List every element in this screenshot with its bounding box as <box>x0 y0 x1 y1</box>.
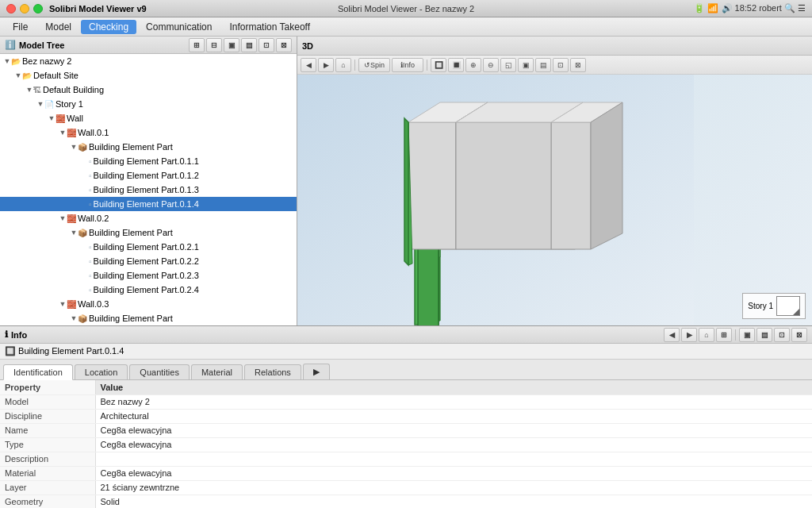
property-row-8: GeometrySolid <box>0 495 812 508</box>
expand-arrow[interactable]: ▼ <box>14 71 22 79</box>
view-btn-9[interactable]: ⊠ <box>570 58 586 72</box>
tree-node-4[interactable]: ▼📄Story 1 <box>0 97 297 111</box>
nav-forward[interactable]: ▶ <box>318 58 334 72</box>
property-row-6: MaterialCeg8a elewacyjna <box>0 466 812 480</box>
expand-arrow[interactable]: ▼ <box>3 57 11 65</box>
property-row-2: DisciplineArchitectural <box>0 409 812 423</box>
tree-item-icon: ▫ <box>89 186 92 194</box>
tree-node-6[interactable]: ▼🧱Wall.0.1 <box>0 125 297 140</box>
tree-node-5[interactable]: ▼🧱Wall <box>0 111 297 125</box>
svg-marker-16 <box>551 122 591 249</box>
minimize-button[interactable] <box>20 4 29 13</box>
view-btn-8[interactable]: ⊡ <box>553 58 569 72</box>
view-btn-2[interactable]: 🔳 <box>448 58 464 72</box>
tree-node-11[interactable]: ▫Building Element Part.0.1.4 <box>0 197 297 211</box>
property-row-1: ModelBez nazwy 2 <box>0 394 812 409</box>
tree-item-icon: ▫ <box>89 286 92 294</box>
tree-node-10[interactable]: ▫Building Element Part.0.1.3 <box>0 183 297 197</box>
info-toolbar-2[interactable]: ▣ <box>739 328 755 342</box>
tree-node-12[interactable]: ▼🧱Wall.0.2 <box>0 211 297 225</box>
info-toolbar-4[interactable]: ⊡ <box>774 328 790 342</box>
menu-communication[interactable]: Communication <box>138 20 220 34</box>
tree-node-14[interactable]: ▫Building Element Part.0.2.1 <box>0 240 297 254</box>
menu-information-takeoff[interactable]: Information Takeoff <box>221 20 318 34</box>
spin-btn[interactable]: ↺ Spin <box>358 58 390 72</box>
view-btn-1[interactable]: 🔲 <box>431 58 446 72</box>
expand-arrow[interactable]: ▼ <box>48 114 56 122</box>
view-btn-4[interactable]: ⊖ <box>483 58 499 72</box>
nav-home[interactable]: ⌂ <box>335 58 351 72</box>
info-nav-forward[interactable]: ▶ <box>681 328 697 342</box>
property-value: Bez nazwy 2 <box>95 394 812 409</box>
property-value: Solid <box>95 495 812 508</box>
info-path: 🔲 Building Element Part.0.1.4 <box>0 344 812 360</box>
story-label: Story 1 <box>748 302 773 310</box>
titlebar-right: 🔋 📶 🔊 18:52 robert 🔍 ☰ <box>694 3 806 13</box>
menu-model[interactable]: Model <box>37 20 79 34</box>
expand-arrow[interactable]: ▼ <box>70 229 78 237</box>
info-nav-home[interactable]: ⌂ <box>699 328 714 342</box>
tree-node-17[interactable]: ▫Building Element Part.0.2.4 <box>0 283 297 297</box>
expand-arrow[interactable]: ▼ <box>59 300 67 308</box>
expand-arrow[interactable]: ▼ <box>59 214 67 222</box>
viewport[interactable]: Story 1 <box>297 75 812 325</box>
info-toolbar-5[interactable]: ⊠ <box>791 328 807 342</box>
tree-item-icon: ▫ <box>89 243 92 252</box>
tree-node-16[interactable]: ▫Building Element Part.0.2.3 <box>0 268 297 283</box>
menu-file[interactable]: File <box>5 20 36 34</box>
info-tab-more[interactable]: ▶ <box>303 364 330 379</box>
tree-content[interactable]: ▼📂Bez nazwy 2▼📂Default Site▼🏗Default Bui… <box>0 54 297 325</box>
expand-arrow[interactable]: ▼ <box>36 100 44 108</box>
expand-arrow[interactable]: ▼ <box>70 314 78 322</box>
tree-toolbar-btn-1[interactable]: ⊞ <box>189 38 205 52</box>
view-btn-3[interactable]: ⊕ <box>465 58 481 72</box>
info-nav-back[interactable]: ◀ <box>664 328 680 342</box>
info-toolbar-3[interactable]: ▤ <box>756 328 772 342</box>
tree-toolbar-btn-4[interactable]: ▤ <box>241 38 257 52</box>
view-btn-6[interactable]: ▣ <box>518 58 534 72</box>
info-toolbar-1[interactable]: ⊞ <box>716 328 732 342</box>
info-tab-relations[interactable]: Relations <box>244 364 301 379</box>
tree-toolbar-btn-3[interactable]: ▣ <box>224 38 239 52</box>
expand-arrow[interactable]: ▼ <box>25 86 33 94</box>
info-tab-identification[interactable]: Identification <box>3 364 73 380</box>
tree-item-label: Wall <box>67 114 83 123</box>
tree-toolbar-btn-6[interactable]: ⊠ <box>276 38 292 52</box>
close-button[interactable] <box>6 4 16 13</box>
tree-item-label: Default Site <box>33 71 79 80</box>
tree-node-15[interactable]: ▫Building Element Part.0.2.2 <box>0 254 297 268</box>
left-panel: ℹ️ Model Tree ⊞ ⊟ ▣ ▤ ⊡ ⊠ ▼📂Bez nazwy 2▼… <box>0 37 297 325</box>
tree-toolbar-btn-5[interactable]: ⊡ <box>259 38 274 52</box>
tree-node-18[interactable]: ▼🧱Wall.0.3 <box>0 297 297 311</box>
tree-node-3[interactable]: ▼🏗Default Building <box>0 83 297 97</box>
info-tab-location[interactable]: Location <box>75 364 128 379</box>
tree-item-label: Default Building <box>43 85 104 94</box>
main-area: ℹ️ Model Tree ⊞ ⊟ ▣ ▤ ⊡ ⊠ ▼📂Bez nazwy 2▼… <box>0 37 812 508</box>
maximize-button[interactable] <box>33 4 43 13</box>
info-btn[interactable]: ℹ Info <box>392 58 423 72</box>
tree-item-label: Story 1 <box>56 99 83 109</box>
tree-toolbar-btn-2[interactable]: ⊟ <box>206 38 222 52</box>
view-btn-5[interactable]: ◱ <box>500 58 516 72</box>
menu-checking[interactable]: Checking <box>81 20 136 34</box>
tree-node-13[interactable]: ▼📦Building Element Part <box>0 225 297 240</box>
view-btn-7[interactable]: ▤ <box>535 58 551 72</box>
property-value: Ceg8a elewacyjna <box>95 466 812 480</box>
tree-title: Model Tree <box>19 40 64 50</box>
tree-node-2[interactable]: ▼📂Default Site <box>0 68 297 83</box>
tree-node-19[interactable]: ▼📦Building Element Part <box>0 311 297 325</box>
info-title: Info <box>11 330 27 340</box>
app-title: Solibri Model Viewer v9 <box>49 4 147 13</box>
property-value: Value <box>95 380 812 394</box>
nav-back[interactable]: ◀ <box>301 58 316 72</box>
tree-node-9[interactable]: ▫Building Element Part.0.1.2 <box>0 168 297 183</box>
expand-arrow[interactable]: ▼ <box>59 129 67 137</box>
info-tab-material[interactable]: Material <box>191 364 243 379</box>
tree-node-8[interactable]: ▫Building Element Part.0.1.1 <box>0 154 297 168</box>
info-tab-quantities[interactable]: Quantities <box>129 364 190 379</box>
tree-node-1[interactable]: ▼📂Bez nazwy 2 <box>0 54 297 68</box>
properties-table: PropertyValueModelBez nazwy 2DisciplineA… <box>0 380 812 508</box>
tree-item-label: Building Element Part.0.2.1 <box>94 242 199 252</box>
tree-node-7[interactable]: ▼📦Building Element Part <box>0 140 297 154</box>
expand-arrow[interactable]: ▼ <box>70 143 78 151</box>
